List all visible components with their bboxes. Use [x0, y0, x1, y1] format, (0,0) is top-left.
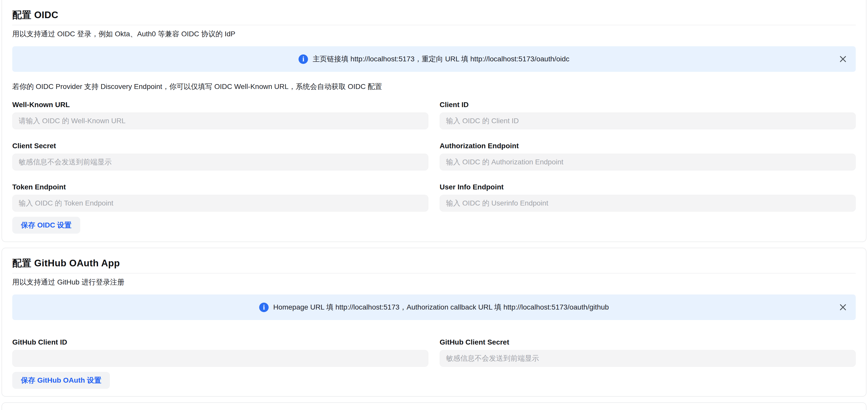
next-settings-card-partial: [2, 402, 866, 410]
github-info-banner: i Homepage URL 填 http://localhost:5173，A…: [12, 294, 856, 320]
save-github-oauth-button[interactable]: 保存 GitHub OAuth 设置: [12, 372, 110, 389]
divider: [12, 25, 856, 25]
github-section-subtitle: 用以支持通过 GitHub 进行登录注册: [12, 279, 856, 286]
save-oidc-button[interactable]: 保存 OIDC 设置: [12, 217, 80, 233]
oidc-settings-card: 配置 OIDC 用以支持通过 OIDC 登录，例如 Okta、Auth0 等兼容…: [2, 0, 866, 242]
client-id-input[interactable]: [440, 113, 856, 129]
oidc-banner-text: 主页链接填 http://localhost:5173，重定向 URL 填 ht…: [313, 56, 569, 63]
field-github-client-secret: GitHub Client Secret: [440, 338, 856, 367]
field-userinfo-endpoint: User Info Endpoint: [440, 183, 856, 212]
field-authorization-endpoint: Authorization Endpoint: [440, 141, 856, 170]
oidc-info-banner: i 主页链接填 http://localhost:5173，重定向 URL 填 …: [12, 46, 856, 72]
github-banner-text: Homepage URL 填 http://localhost:5173，Aut…: [273, 304, 609, 311]
github-client-id-label: GitHub Client ID: [12, 338, 428, 347]
close-icon[interactable]: [838, 54, 848, 64]
field-token-endpoint: Token Endpoint: [12, 183, 428, 212]
userinfo-endpoint-input[interactable]: [440, 195, 856, 212]
field-client-id: Client ID: [440, 100, 856, 129]
close-icon[interactable]: [838, 302, 848, 312]
field-github-client-id: GitHub Client ID: [12, 338, 428, 367]
oidc-discovery-hint: 若你的 OIDC Provider 支持 Discovery Endpoint，…: [12, 83, 856, 90]
authorization-endpoint-label: Authorization Endpoint: [440, 141, 856, 150]
userinfo-endpoint-label: User Info Endpoint: [440, 183, 856, 191]
client-secret-label: Client Secret: [12, 141, 428, 150]
oidc-section-title: 配置 OIDC: [12, 10, 856, 20]
info-icon: i: [259, 303, 269, 312]
authorization-endpoint-input[interactable]: [440, 154, 856, 170]
oidc-section-subtitle: 用以支持通过 OIDC 登录，例如 Okta、Auth0 等兼容 OIDC 协议…: [12, 30, 856, 38]
token-endpoint-label: Token Endpoint: [12, 183, 428, 191]
divider: [12, 273, 856, 274]
info-icon: i: [299, 55, 308, 64]
token-endpoint-input[interactable]: [12, 195, 428, 212]
github-section-title: 配置 GitHub OAuth App: [12, 258, 856, 268]
well-known-url-input[interactable]: [12, 113, 428, 129]
github-client-secret-input[interactable]: [440, 350, 856, 367]
client-id-label: Client ID: [440, 100, 856, 109]
github-oauth-settings-card: 配置 GitHub OAuth App 用以支持通过 GitHub 进行登录注册…: [2, 248, 866, 397]
github-form: GitHub Client ID GitHub Client Secret: [12, 338, 856, 367]
client-secret-input[interactable]: [12, 154, 428, 170]
github-client-secret-label: GitHub Client Secret: [440, 338, 856, 347]
oidc-form: Well-Known URL Client ID Client Secret A…: [12, 100, 856, 212]
well-known-url-label: Well-Known URL: [12, 100, 428, 109]
field-well-known-url: Well-Known URL: [12, 100, 428, 129]
github-client-id-input[interactable]: [12, 350, 428, 367]
field-client-secret: Client Secret: [12, 141, 428, 170]
